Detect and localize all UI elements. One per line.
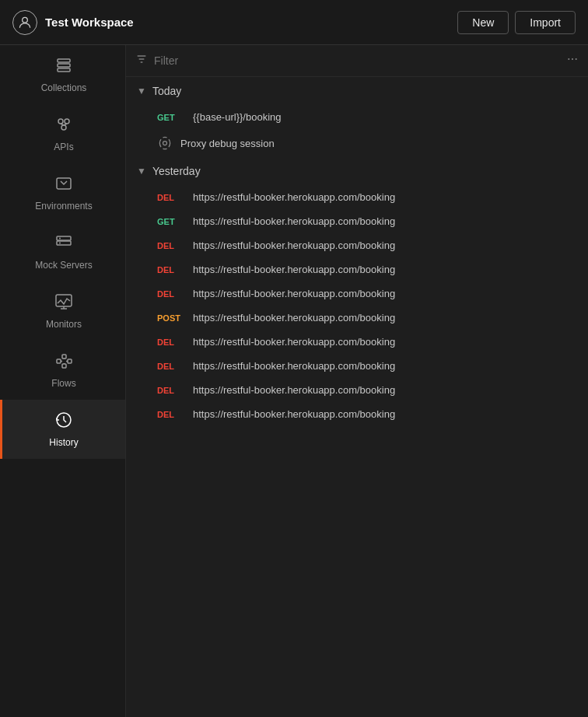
svg-point-5 <box>65 119 69 124</box>
filter-icon <box>135 53 148 68</box>
mock-servers-label: Mock Servers <box>35 260 92 271</box>
method-badge: GET <box>157 217 185 226</box>
section-yesterday: ▼ Yesterday DEL https://restful-booker.h… <box>126 157 588 426</box>
proxy-item[interactable]: Proxy debug session <box>126 129 588 157</box>
history-item[interactable]: DEL https://restful-booker.herokuapp.com… <box>126 257 588 282</box>
workspace-name: Test Workspace <box>45 16 134 29</box>
monitors-label: Monitors <box>46 319 82 330</box>
item-url: https://restful-booker.herokuapp.com/boo… <box>193 240 395 251</box>
section-title-today: Today <box>152 85 181 97</box>
svg-point-0 <box>23 17 28 23</box>
method-badge: DEL <box>157 289 185 299</box>
flows-icon <box>54 352 73 373</box>
item-url: https://restful-booker.herokuapp.com/boo… <box>193 360 395 372</box>
svg-point-6 <box>61 125 66 130</box>
svg-rect-20 <box>68 359 72 363</box>
history-icon <box>54 411 73 432</box>
apis-label: APIs <box>54 142 73 152</box>
content-area: ▼ Today GET {{base-url}}/booking <box>126 45 588 717</box>
chevron-today-icon: ▼ <box>137 86 146 96</box>
filter-input[interactable] <box>154 54 560 67</box>
section-title-yesterday: Yesterday <box>152 165 201 177</box>
method-badge: DEL <box>157 362 185 371</box>
header-buttons: New Import <box>457 11 576 34</box>
history-item[interactable]: DEL https://restful-booker.herokuapp.com… <box>126 233 588 257</box>
item-url: https://restful-booker.herokuapp.com/boo… <box>193 312 395 324</box>
item-url: {{base-url}}/booking <box>193 111 281 123</box>
svg-rect-19 <box>62 364 66 368</box>
sidebar-item-collections[interactable]: Collections <box>0 45 125 104</box>
history-item[interactable]: POST https://restful-booker.herokuapp.co… <box>126 306 588 330</box>
monitors-icon <box>54 292 73 314</box>
history-item[interactable]: DEL https://restful-booker.herokuapp.com… <box>126 378 588 402</box>
history-item[interactable]: DEL https://restful-booker.herokuapp.com… <box>126 402 588 426</box>
item-url: https://restful-booker.herokuapp.com/boo… <box>193 408 395 420</box>
svg-point-4 <box>58 119 63 124</box>
environments-label: Environments <box>35 201 92 212</box>
history-item[interactable]: DEL https://restful-booker.herokuapp.com… <box>126 354 588 378</box>
svg-rect-2 <box>58 64 70 67</box>
svg-rect-17 <box>57 359 61 363</box>
method-badge: DEL <box>157 193 185 202</box>
more-options-icon[interactable] <box>566 53 579 68</box>
proxy-debug-icon <box>157 135 173 151</box>
svg-point-30 <box>572 58 573 60</box>
import-button[interactable]: Import <box>515 11 576 34</box>
flows-label: Flows <box>51 378 75 389</box>
collections-icon <box>54 56 73 78</box>
svg-rect-3 <box>58 68 70 72</box>
history-label: History <box>49 437 78 448</box>
new-button[interactable]: New <box>457 11 509 34</box>
svg-point-31 <box>576 58 577 60</box>
history-item[interactable]: GET https://restful-booker.herokuapp.com… <box>126 209 588 233</box>
item-url: https://restful-booker.herokuapp.com/boo… <box>193 336 395 348</box>
svg-rect-1 <box>58 59 70 62</box>
environments-icon <box>54 174 73 196</box>
section-header-today[interactable]: ▼ Today <box>126 77 588 105</box>
method-badge: DEL <box>157 410 185 419</box>
method-badge: DEL <box>157 241 185 250</box>
avatar-icon <box>12 10 37 35</box>
header: Test Workspace New Import <box>0 0 588 45</box>
item-url: https://restful-booker.herokuapp.com/boo… <box>193 215 395 227</box>
item-url: https://restful-booker.herokuapp.com/boo… <box>193 384 395 396</box>
sidebar-item-environments[interactable]: Environments <box>0 163 125 222</box>
svg-line-8 <box>64 124 67 125</box>
svg-rect-18 <box>62 355 66 358</box>
history-item[interactable]: DEL https://restful-booker.herokuapp.com… <box>126 330 588 354</box>
sidebar-item-history[interactable]: History <box>0 400 125 459</box>
workspace-area: Test Workspace <box>12 10 457 35</box>
collections-label: Collections <box>41 82 87 93</box>
method-badge: DEL <box>157 338 185 347</box>
item-url: https://restful-booker.herokuapp.com/boo… <box>193 191 395 203</box>
chevron-yesterday-icon: ▼ <box>137 166 146 177</box>
method-badge: POST <box>157 313 185 323</box>
item-url: https://restful-booker.herokuapp.com/boo… <box>193 288 395 299</box>
method-badge: GET <box>157 113 185 122</box>
item-url: https://restful-booker.herokuapp.com/boo… <box>193 264 395 275</box>
history-item[interactable]: GET {{base-url}}/booking <box>126 105 588 129</box>
svg-line-7 <box>61 124 64 125</box>
svg-point-29 <box>568 58 569 60</box>
method-badge: DEL <box>157 265 185 275</box>
svg-point-32 <box>163 142 167 145</box>
method-badge: DEL <box>157 386 185 395</box>
filter-bar <box>126 45 588 77</box>
sidebar-item-monitors[interactable]: Monitors <box>0 282 125 341</box>
main-layout: Collections APIs Environm <box>0 45 588 717</box>
section-today: ▼ Today GET {{base-url}}/booking <box>126 77 588 157</box>
section-header-yesterday[interactable]: ▼ Yesterday <box>126 157 588 185</box>
proxy-item-label: Proxy debug session <box>180 138 275 149</box>
mock-servers-icon <box>54 233 73 255</box>
history-item[interactable]: DEL https://restful-booker.herokuapp.com… <box>126 185 588 209</box>
sidebar-item-apis[interactable]: APIs <box>0 104 125 163</box>
svg-rect-10 <box>57 236 71 240</box>
apis-icon <box>54 115 73 137</box>
sidebar-item-mock-servers[interactable]: Mock Servers <box>0 222 125 282</box>
svg-rect-11 <box>57 241 71 245</box>
sidebar: Collections APIs Environm <box>0 45 126 717</box>
history-item[interactable]: DEL https://restful-booker.herokuapp.com… <box>126 282 588 306</box>
sidebar-item-flows[interactable]: Flows <box>0 341 125 400</box>
